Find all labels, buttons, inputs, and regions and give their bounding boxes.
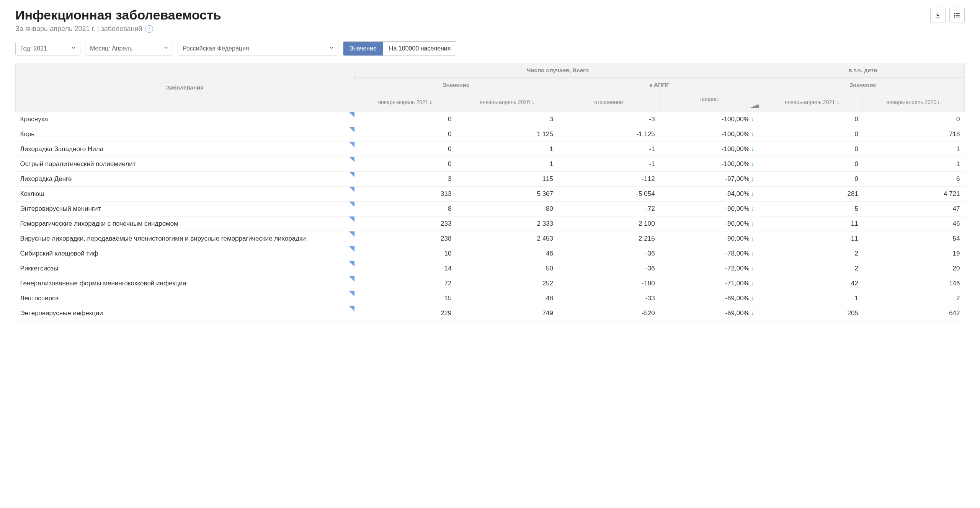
disease-cell[interactable]: Краснуха <box>16 112 354 127</box>
children-2020-cell: 47 <box>863 202 965 217</box>
col-children-2020[interactable]: январь-апрель 2020 г. <box>863 92 965 112</box>
value-2020-cell: 46 <box>456 246 558 261</box>
children-2021-cell: 42 <box>761 276 863 291</box>
expand-corner-icon[interactable] <box>349 231 354 237</box>
disease-cell[interactable]: Корь <box>16 127 354 142</box>
expand-corner-icon[interactable] <box>349 202 354 207</box>
list-view-button[interactable] <box>949 8 965 23</box>
col-growth-label: прирост <box>700 96 720 102</box>
year-select[interactable]: Год: 2021 <box>15 42 80 55</box>
value-2020-cell: 50 <box>456 261 558 276</box>
arrow-down-icon: ↓ <box>751 280 755 287</box>
disease-label: Генерализованные формы менингококковой и… <box>20 280 186 287</box>
col-children-2021[interactable]: январь-апрель 2021 г. <box>761 92 863 112</box>
disease-cell[interactable]: Энтеровирусные инфекции <box>16 306 354 321</box>
subtitle-text: За январь-апрель 2021 г. | заболеваний <box>15 25 142 33</box>
month-select[interactable]: Месяц: Апрель <box>85 42 173 55</box>
disease-cell[interactable]: Коклюш <box>16 187 354 202</box>
expand-corner-icon[interactable] <box>349 187 354 192</box>
value-2021-cell: 238 <box>354 231 456 246</box>
value-2020-cell: 3 <box>456 112 558 127</box>
growth-cell: -71,00%↓ <box>660 276 761 291</box>
value-2021-cell: 233 <box>354 217 456 231</box>
value-2020-cell: 749 <box>456 306 558 321</box>
col-disease[interactable]: Заболевания <box>16 63 354 112</box>
growth-value: -100,00% <box>722 116 750 123</box>
arrow-down-icon: ↓ <box>751 190 755 197</box>
table-row: Геморрагические лихорадки с почечным син… <box>16 217 965 231</box>
download-button[interactable] <box>930 8 946 23</box>
disease-cell[interactable]: Лихорадка Западного Нила <box>16 142 354 157</box>
deviation-cell: -5 054 <box>558 187 660 202</box>
disease-cell[interactable]: Риккетсиозы <box>16 261 354 276</box>
deviation-cell: -3 <box>558 112 660 127</box>
toggle-per-100k[interactable]: На 100000 населения <box>383 42 457 55</box>
data-table: Заболевания Число случаев, Всего в т.ч. … <box>15 63 965 321</box>
region-select[interactable]: Российская Федерация <box>178 42 338 55</box>
value-2020-cell: 252 <box>456 276 558 291</box>
expand-corner-icon[interactable] <box>349 142 354 147</box>
page-subtitle: За январь-апрель 2021 г. | заболеваний i <box>15 25 221 33</box>
growth-value: -100,00% <box>722 160 750 168</box>
children-2020-cell: 19 <box>863 246 965 261</box>
arrow-down-icon: ↓ <box>751 250 755 257</box>
children-2021-cell: 1 <box>761 291 863 306</box>
disease-cell[interactable]: Геморрагические лихорадки с почечным син… <box>16 217 354 231</box>
disease-cell[interactable]: Энтеровирусный менингит <box>16 202 354 217</box>
page-title: Инфекционная заболеваемость <box>15 8 221 23</box>
expand-corner-icon[interactable] <box>349 112 354 117</box>
expand-corner-icon[interactable] <box>349 217 354 222</box>
children-2020-cell: 4 721 <box>863 187 965 202</box>
table-row: Энтеровирусные инфекции229749-520-69,00%… <box>16 306 965 321</box>
children-2021-cell: 5 <box>761 202 863 217</box>
growth-cell: -90,00%↓ <box>660 202 761 217</box>
growth-cell: -100,00%↓ <box>660 112 761 127</box>
sort-indicator-icon: ▁▃▅ <box>663 103 758 108</box>
expand-corner-icon[interactable] <box>349 291 354 296</box>
disease-label: Краснуха <box>20 116 48 123</box>
value-2020-cell: 115 <box>456 172 558 187</box>
deviation-cell: -1 125 <box>558 127 660 142</box>
info-icon[interactable]: i <box>145 25 153 33</box>
disease-cell[interactable]: Вирусные лихорадки, передаваемые членист… <box>16 231 354 246</box>
list-icon <box>954 12 960 19</box>
disease-label: Лихорадка Западного Нила <box>20 145 104 153</box>
disease-cell[interactable]: Лихорадка Денге <box>16 172 354 187</box>
value-2021-cell: 0 <box>354 127 456 142</box>
col-growth[interactable]: прирост ▁▃▅ <box>660 92 761 112</box>
disease-cell[interactable]: Лептоспироз <box>16 291 354 306</box>
col-deviation[interactable]: отклонение <box>558 92 660 112</box>
table-row: Энтеровирусный менингит880-72-90,00%↓547 <box>16 202 965 217</box>
children-2021-cell: 0 <box>761 172 863 187</box>
col-value-children: Значение <box>761 78 964 92</box>
year-select-label: Год: 2021 <box>20 45 47 52</box>
growth-value: -69,00% <box>725 309 749 317</box>
disease-label: Энтеровирусные инфекции <box>20 309 103 317</box>
growth-value: -78,00% <box>725 250 749 257</box>
toggle-value[interactable]: Значение <box>343 42 383 55</box>
arrow-down-icon: ↓ <box>751 265 755 272</box>
table-row: Генерализованные формы менингококковой и… <box>16 276 965 291</box>
expand-corner-icon[interactable] <box>349 276 354 282</box>
expand-corner-icon[interactable] <box>349 246 354 252</box>
disease-cell[interactable]: Острый паралитический полиомиелит <box>16 157 354 172</box>
expand-corner-icon[interactable] <box>349 261 354 267</box>
disease-cell[interactable]: Генерализованные формы менингококковой и… <box>16 276 354 291</box>
arrow-down-icon: ↓ <box>751 116 755 123</box>
value-2020-cell: 2 333 <box>456 217 558 231</box>
value-2021-cell: 15 <box>354 291 456 306</box>
table-row: Острый паралитический полиомиелит01-1-10… <box>16 157 965 172</box>
children-2021-cell: 2 <box>761 261 863 276</box>
value-2021-cell: 0 <box>354 157 456 172</box>
growth-value: -90,00% <box>725 235 749 242</box>
table-row: Лептоспироз1548-33-69,00%↓12 <box>16 291 965 306</box>
disease-cell[interactable]: Сибирский клещевой тиф <box>16 246 354 261</box>
expand-corner-icon[interactable] <box>349 306 354 311</box>
col-2021[interactable]: январь-апрель 2021 г. <box>354 92 456 112</box>
col-2020[interactable]: январь-апрель 2020 г. <box>456 92 558 112</box>
svg-point-2 <box>954 15 955 16</box>
expand-corner-icon[interactable] <box>349 172 354 177</box>
expand-corner-icon[interactable] <box>349 127 354 132</box>
expand-corner-icon[interactable] <box>349 157 354 162</box>
growth-cell: -97,00%↓ <box>660 172 761 187</box>
